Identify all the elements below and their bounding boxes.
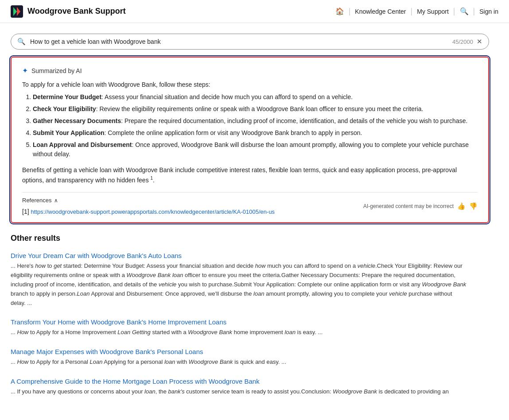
result-item-1: Drive Your Dream Car with Woodgrove Bank… (11, 252, 468, 308)
my-support-link[interactable]: My Support (417, 6, 449, 17)
knowledge-center-link[interactable]: Knowledge Center (355, 6, 406, 17)
home-icon[interactable]: 🏠 (335, 7, 344, 15)
ai-summary-box: ✦ Summarized by AI To apply for a vehicl… (11, 57, 489, 223)
ai-disclaimer-area: AI-generated content may be incorrect 👍 … (363, 202, 478, 210)
ai-benefits: Benefits of getting a vehicle loan with … (22, 165, 478, 185)
references-label: References (22, 197, 51, 204)
chevron-up-icon: ∧ (54, 197, 58, 204)
result-title-link-3[interactable]: Manage Major Expenses with Woodgrove Ban… (11, 348, 468, 355)
ai-step-5: Loan Approval and Disbursement: Once app… (33, 140, 478, 159)
ai-step-2-bold: Check Your Eligibility (33, 105, 96, 112)
ai-steps-list: Determine Your Budget: Assess your finan… (22, 92, 478, 159)
result-snippet-2: ... How to Apply for a Home Improvement … (11, 328, 468, 337)
search-clear-button[interactable]: ✕ (477, 38, 482, 46)
references-list: [1] https://woodgrovebank-support.powera… (22, 208, 275, 215)
result-title-link-4[interactable]: A Comprehensive Guide to the Home Mortga… (11, 378, 468, 385)
header-nav: 🏠 | Knowledge Center | My Support | 🔍 | … (335, 6, 498, 17)
other-results-title: Other results (11, 234, 468, 243)
ai-step-4: Submit Your Application: Complete the on… (33, 128, 478, 138)
search-count: 45/2000 (452, 39, 473, 45)
ai-intro: To apply for a vehicle loan with Woodgro… (22, 81, 478, 88)
thumbs-up-icon[interactable]: 👍 (457, 202, 466, 210)
reference-link-1[interactable]: https://woodgrovebank-support.powerappsp… (31, 208, 275, 215)
ai-step-3-bold: Gather Necessary Documents (33, 117, 121, 124)
sign-in-link[interactable]: Sign in (479, 8, 498, 15)
nav-separator-2: | (411, 7, 413, 16)
ai-step-1-bold: Determine Your Budget (33, 93, 101, 100)
references-section: References ∧ [1] https://woodgrovebank-s… (22, 197, 275, 215)
search-section: 🔍 45/2000 ✕ (0, 23, 509, 57)
ai-summary-header: ✦ Summarized by AI (22, 66, 478, 75)
result-item-2: Transform Your Home with Woodgrove Bank'… (11, 318, 468, 337)
logo-icon (11, 5, 23, 18)
result-title-link-2[interactable]: Transform Your Home with Woodgrove Bank'… (11, 318, 468, 326)
ai-step-4-bold: Submit Your Application (33, 129, 105, 136)
search-bar-icon: 🔍 (17, 38, 26, 46)
thumbs-down-icon[interactable]: 👎 (469, 202, 478, 210)
ai-step-5-bold: Loan Approval and Disbursement (33, 141, 132, 148)
result-title-link-1[interactable]: Drive Your Dream Car with Woodgrove Bank… (11, 252, 468, 259)
ai-step-1: Determine Your Budget: Assess your finan… (33, 92, 478, 102)
search-input[interactable] (30, 38, 452, 45)
ai-step-3: Gather Necessary Documents: Prepare the … (33, 116, 478, 126)
ai-step-2: Check Your Eligibility: Review the eligi… (33, 104, 478, 114)
ai-sparkle-icon: ✦ (22, 66, 28, 75)
search-icon[interactable]: 🔍 (460, 7, 469, 15)
result-snippet-1: ... Here's how to get started: Determine… (11, 262, 468, 308)
result-item-4: A Comprehensive Guide to the Home Mortga… (11, 378, 468, 397)
benefits-superscript: 1 (151, 176, 153, 181)
ai-disclaimer-text: AI-generated content may be incorrect (363, 203, 454, 209)
ai-footer: References ∧ [1] https://woodgrovebank-s… (22, 192, 478, 215)
references-toggle[interactable]: References ∧ (22, 197, 275, 204)
reference-number: [1] (22, 208, 31, 215)
result-snippet-4: ... If you have any questions or concern… (11, 387, 468, 397)
nav-separator-3: | (453, 7, 455, 16)
result-item-3: Manage Major Expenses with Woodgrove Ban… (11, 348, 468, 367)
nav-separator-4: | (473, 7, 475, 16)
other-results-section: Other results Drive Your Dream Car with … (0, 234, 478, 396)
result-snippet-3: ... How to Apply for a Personal Loan App… (11, 358, 468, 367)
nav-separator-1: | (349, 7, 351, 16)
ai-label: Summarized by AI (31, 67, 82, 74)
site-header: Woodgrove Bank Support 🏠 | Knowledge Cen… (0, 0, 509, 23)
search-bar: 🔍 45/2000 ✕ (11, 34, 489, 50)
logo-area: Woodgrove Bank Support (11, 5, 335, 18)
site-title: Woodgrove Bank Support (27, 7, 126, 16)
